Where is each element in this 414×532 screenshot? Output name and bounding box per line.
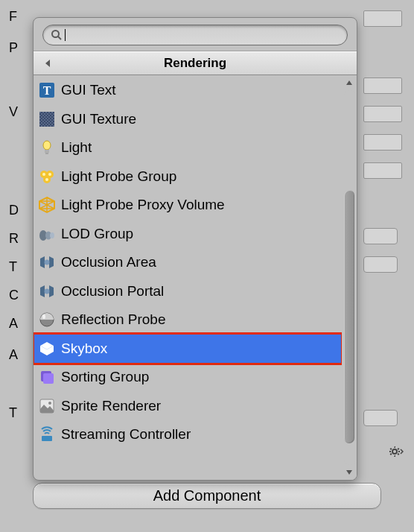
component-item-occlusion-area[interactable]: Occlusion Area — [34, 248, 342, 277]
light-probe-proxy-icon — [36, 194, 57, 215]
component-item-label: GUI Texture — [61, 111, 136, 127]
category-title: Rendering — [164, 56, 226, 71]
bg-input[interactable] — [363, 10, 402, 27]
component-item-light-probe-group[interactable]: Light Probe Group — [34, 162, 342, 191]
component-item-occlusion-portal[interactable]: Occlusion Portal — [34, 277, 342, 306]
bg-label: D — [9, 203, 19, 218]
bg-object-field[interactable] — [363, 256, 398, 273]
svg-point-24 — [42, 314, 45, 319]
category-header: Rendering — [34, 51, 357, 75]
component-item-light-probe-proxy[interactable]: Light Probe Proxy Volume — [34, 191, 342, 220]
component-item-label: Streaming Controller — [61, 426, 191, 443]
light-icon — [36, 137, 57, 158]
component-item-light[interactable]: Light — [34, 133, 342, 162]
component-item-label: LOD Group — [61, 226, 133, 242]
svg-point-16 — [48, 173, 51, 176]
component-item-label: Light — [61, 139, 92, 156]
text-caret — [65, 29, 66, 41]
svg-rect-5 — [39, 112, 54, 127]
component-item-sprite-renderer[interactable]: Sprite Renderer — [34, 392, 342, 421]
component-item-gui-texture[interactable]: GUI Texture — [34, 105, 342, 134]
svg-rect-29 — [42, 436, 52, 441]
component-item-label: Sorting Group — [61, 369, 149, 385]
svg-point-21 — [45, 260, 50, 265]
bg-label: F — [9, 9, 17, 25]
occlusion-portal-icon — [36, 281, 57, 302]
bg-input[interactable] — [363, 77, 402, 94]
svg-text:T: T — [43, 84, 51, 97]
search-input[interactable] — [70, 28, 340, 42]
sprite-renderer-icon — [36, 396, 57, 417]
scrollbar[interactable] — [342, 75, 357, 480]
bg-dropdown[interactable] — [363, 410, 398, 426]
component-item-label: Occlusion Area — [61, 254, 156, 270]
bg-label: V — [9, 104, 18, 120]
bg-label: R — [9, 231, 19, 247]
gui-texture-icon — [36, 109, 57, 130]
bg-label: T — [9, 259, 17, 275]
component-item-label: Skybox — [61, 341, 107, 357]
streaming-controller-icon — [36, 424, 57, 445]
bg-dropdown[interactable] — [363, 228, 398, 244]
search-field[interactable] — [42, 25, 348, 45]
component-item-label: Reflection Probe — [61, 311, 165, 328]
gear-icon[interactable] — [387, 446, 404, 460]
add-component-button[interactable]: Add Component — [33, 483, 381, 509]
bg-label: A — [9, 347, 18, 363]
svg-point-15 — [42, 173, 45, 176]
occlusion-area-icon — [36, 252, 57, 273]
bg-input[interactable] — [363, 134, 402, 151]
component-item-label: Sprite Renderer — [61, 398, 161, 414]
component-item-sorting-group[interactable]: Sorting Group — [34, 363, 342, 392]
svg-point-28 — [48, 402, 51, 405]
light-probe-group-icon — [36, 166, 57, 187]
scroll-thumb[interactable] — [344, 190, 354, 443]
search-icon — [51, 29, 63, 41]
component-item-skybox[interactable]: Skybox — [34, 335, 342, 364]
bg-input[interactable] — [363, 106, 402, 122]
bg-input[interactable] — [363, 162, 402, 179]
component-item-streaming-controller[interactable]: Streaming Controller — [34, 420, 342, 449]
bg-label: A — [9, 316, 18, 332]
sorting-group-icon — [36, 367, 57, 387]
scroll-up-button[interactable] — [343, 77, 355, 89]
skybox-icon — [36, 338, 57, 359]
svg-rect-26 — [43, 373, 54, 384]
component-item-label: Light Probe Proxy Volume — [61, 197, 225, 213]
bg-label: T — [9, 405, 17, 421]
scroll-down-button[interactable] — [343, 466, 355, 478]
svg-point-22 — [45, 288, 50, 294]
gui-text-icon: T — [36, 80, 57, 101]
lod-group-icon — [36, 224, 57, 244]
component-item-label: Occlusion Portal — [61, 283, 164, 300]
component-item-label: GUI Text — [61, 82, 116, 98]
chevron-left-icon — [43, 59, 52, 68]
reflection-probe-icon — [36, 309, 57, 330]
svg-point-9 — [43, 141, 51, 150]
svg-line-1 — [58, 37, 61, 39]
svg-point-17 — [45, 178, 48, 181]
svg-point-0 — [52, 31, 59, 37]
component-item-reflection-probe[interactable]: Reflection Probe — [34, 305, 342, 335]
component-list: TGUI TextGUI TextureLightLight Probe Gro… — [34, 75, 342, 480]
component-item-lod-group[interactable]: LOD Group — [34, 220, 342, 249]
bg-label: P — [9, 40, 18, 56]
component-item-label: Light Probe Group — [61, 168, 176, 185]
back-button[interactable] — [39, 51, 56, 75]
svg-rect-10 — [45, 150, 49, 153]
bg-label: C — [9, 288, 19, 303]
svg-point-20 — [50, 232, 54, 238]
component-search-popover: Rendering TGUI TextGUI TextureLightLight… — [33, 17, 357, 481]
component-item-gui-text[interactable]: TGUI Text — [34, 76, 342, 105]
